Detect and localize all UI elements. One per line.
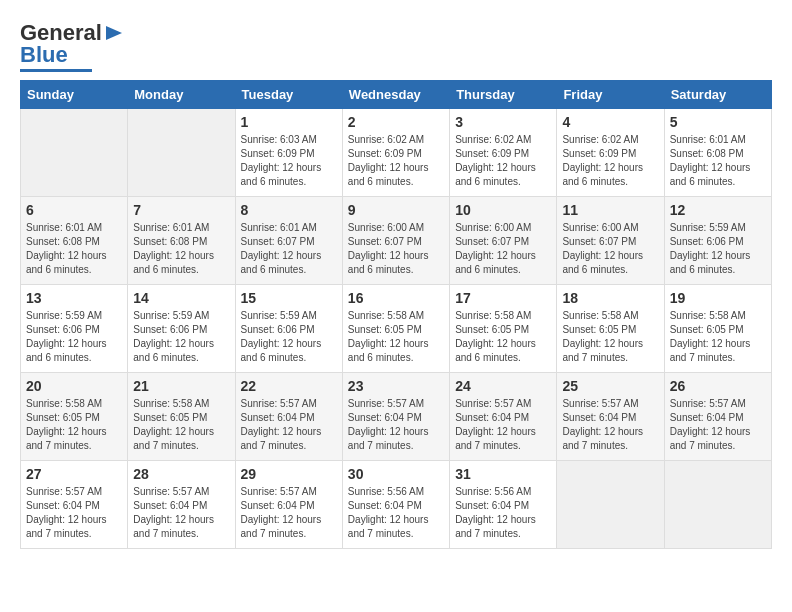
calendar-cell: 31Sunrise: 5:56 AM Sunset: 6:04 PM Dayli… [450, 461, 557, 549]
day-content: Sunrise: 5:59 AM Sunset: 6:06 PM Dayligh… [26, 309, 122, 365]
day-number: 28 [133, 466, 229, 482]
day-number: 14 [133, 290, 229, 306]
calendar-cell: 20Sunrise: 5:58 AM Sunset: 6:05 PM Dayli… [21, 373, 128, 461]
calendar-cell: 15Sunrise: 5:59 AM Sunset: 6:06 PM Dayli… [235, 285, 342, 373]
day-number: 12 [670, 202, 766, 218]
weekday-header-thursday: Thursday [450, 81, 557, 109]
calendar-cell: 14Sunrise: 5:59 AM Sunset: 6:06 PM Dayli… [128, 285, 235, 373]
day-number: 3 [455, 114, 551, 130]
week-row-3: 13Sunrise: 5:59 AM Sunset: 6:06 PM Dayli… [21, 285, 772, 373]
day-content: Sunrise: 6:01 AM Sunset: 6:08 PM Dayligh… [670, 133, 766, 189]
calendar-cell: 24Sunrise: 5:57 AM Sunset: 6:04 PM Dayli… [450, 373, 557, 461]
day-content: Sunrise: 6:01 AM Sunset: 6:07 PM Dayligh… [241, 221, 337, 277]
calendar-cell: 21Sunrise: 5:58 AM Sunset: 6:05 PM Dayli… [128, 373, 235, 461]
calendar-cell: 4Sunrise: 6:02 AM Sunset: 6:09 PM Daylig… [557, 109, 664, 197]
calendar-cell [557, 461, 664, 549]
day-content: Sunrise: 5:56 AM Sunset: 6:04 PM Dayligh… [348, 485, 444, 541]
week-row-1: 1Sunrise: 6:03 AM Sunset: 6:09 PM Daylig… [21, 109, 772, 197]
calendar-cell: 11Sunrise: 6:00 AM Sunset: 6:07 PM Dayli… [557, 197, 664, 285]
day-number: 27 [26, 466, 122, 482]
day-number: 16 [348, 290, 444, 306]
day-content: Sunrise: 5:59 AM Sunset: 6:06 PM Dayligh… [241, 309, 337, 365]
day-content: Sunrise: 5:57 AM Sunset: 6:04 PM Dayligh… [348, 397, 444, 453]
weekday-header-saturday: Saturday [664, 81, 771, 109]
day-number: 25 [562, 378, 658, 394]
logo-underline [20, 69, 92, 72]
calendar-cell: 1Sunrise: 6:03 AM Sunset: 6:09 PM Daylig… [235, 109, 342, 197]
calendar-cell: 16Sunrise: 5:58 AM Sunset: 6:05 PM Dayli… [342, 285, 449, 373]
day-number: 2 [348, 114, 444, 130]
calendar-cell: 22Sunrise: 5:57 AM Sunset: 6:04 PM Dayli… [235, 373, 342, 461]
calendar-cell [21, 109, 128, 197]
calendar-cell [664, 461, 771, 549]
day-content: Sunrise: 5:58 AM Sunset: 6:05 PM Dayligh… [26, 397, 122, 453]
calendar-cell: 9Sunrise: 6:00 AM Sunset: 6:07 PM Daylig… [342, 197, 449, 285]
week-row-2: 6Sunrise: 6:01 AM Sunset: 6:08 PM Daylig… [21, 197, 772, 285]
day-number: 22 [241, 378, 337, 394]
day-number: 23 [348, 378, 444, 394]
day-content: Sunrise: 6:03 AM Sunset: 6:09 PM Dayligh… [241, 133, 337, 189]
day-content: Sunrise: 5:57 AM Sunset: 6:04 PM Dayligh… [133, 485, 229, 541]
day-content: Sunrise: 6:01 AM Sunset: 6:08 PM Dayligh… [26, 221, 122, 277]
day-content: Sunrise: 5:58 AM Sunset: 6:05 PM Dayligh… [670, 309, 766, 365]
calendar-cell: 10Sunrise: 6:00 AM Sunset: 6:07 PM Dayli… [450, 197, 557, 285]
day-number: 7 [133, 202, 229, 218]
day-content: Sunrise: 5:58 AM Sunset: 6:05 PM Dayligh… [348, 309, 444, 365]
day-content: Sunrise: 6:02 AM Sunset: 6:09 PM Dayligh… [348, 133, 444, 189]
logo-arrow-icon [104, 23, 124, 43]
day-number: 19 [670, 290, 766, 306]
day-number: 9 [348, 202, 444, 218]
calendar-cell: 13Sunrise: 5:59 AM Sunset: 6:06 PM Dayli… [21, 285, 128, 373]
day-content: Sunrise: 5:57 AM Sunset: 6:04 PM Dayligh… [241, 397, 337, 453]
day-content: Sunrise: 6:00 AM Sunset: 6:07 PM Dayligh… [455, 221, 551, 277]
day-number: 21 [133, 378, 229, 394]
day-content: Sunrise: 6:00 AM Sunset: 6:07 PM Dayligh… [562, 221, 658, 277]
day-content: Sunrise: 5:57 AM Sunset: 6:04 PM Dayligh… [26, 485, 122, 541]
calendar-cell: 12Sunrise: 5:59 AM Sunset: 6:06 PM Dayli… [664, 197, 771, 285]
day-number: 31 [455, 466, 551, 482]
weekday-header-wednesday: Wednesday [342, 81, 449, 109]
day-number: 18 [562, 290, 658, 306]
day-number: 24 [455, 378, 551, 394]
calendar-cell: 6Sunrise: 6:01 AM Sunset: 6:08 PM Daylig… [21, 197, 128, 285]
day-number: 17 [455, 290, 551, 306]
day-content: Sunrise: 6:00 AM Sunset: 6:07 PM Dayligh… [348, 221, 444, 277]
week-row-4: 20Sunrise: 5:58 AM Sunset: 6:05 PM Dayli… [21, 373, 772, 461]
calendar-cell: 29Sunrise: 5:57 AM Sunset: 6:04 PM Dayli… [235, 461, 342, 549]
page-header: General Blue [20, 20, 772, 72]
day-content: Sunrise: 5:57 AM Sunset: 6:04 PM Dayligh… [562, 397, 658, 453]
day-content: Sunrise: 6:02 AM Sunset: 6:09 PM Dayligh… [562, 133, 658, 189]
calendar-cell: 7Sunrise: 6:01 AM Sunset: 6:08 PM Daylig… [128, 197, 235, 285]
day-number: 8 [241, 202, 337, 218]
calendar-cell: 2Sunrise: 6:02 AM Sunset: 6:09 PM Daylig… [342, 109, 449, 197]
day-content: Sunrise: 5:58 AM Sunset: 6:05 PM Dayligh… [455, 309, 551, 365]
day-number: 13 [26, 290, 122, 306]
calendar-cell [128, 109, 235, 197]
day-number: 26 [670, 378, 766, 394]
weekday-header-friday: Friday [557, 81, 664, 109]
calendar-cell: 18Sunrise: 5:58 AM Sunset: 6:05 PM Dayli… [557, 285, 664, 373]
svg-marker-0 [106, 26, 122, 40]
day-content: Sunrise: 5:58 AM Sunset: 6:05 PM Dayligh… [133, 397, 229, 453]
day-content: Sunrise: 5:57 AM Sunset: 6:04 PM Dayligh… [455, 397, 551, 453]
weekday-header-monday: Monday [128, 81, 235, 109]
weekday-header-sunday: Sunday [21, 81, 128, 109]
day-number: 4 [562, 114, 658, 130]
logo-blue: Blue [20, 42, 68, 68]
weekday-header-row: SundayMondayTuesdayWednesdayThursdayFrid… [21, 81, 772, 109]
day-number: 5 [670, 114, 766, 130]
day-number: 1 [241, 114, 337, 130]
calendar-cell: 3Sunrise: 6:02 AM Sunset: 6:09 PM Daylig… [450, 109, 557, 197]
logo: General Blue [20, 20, 124, 72]
day-number: 29 [241, 466, 337, 482]
day-content: Sunrise: 5:59 AM Sunset: 6:06 PM Dayligh… [670, 221, 766, 277]
calendar-cell: 28Sunrise: 5:57 AM Sunset: 6:04 PM Dayli… [128, 461, 235, 549]
calendar-cell: 5Sunrise: 6:01 AM Sunset: 6:08 PM Daylig… [664, 109, 771, 197]
day-content: Sunrise: 5:56 AM Sunset: 6:04 PM Dayligh… [455, 485, 551, 541]
calendar-cell: 8Sunrise: 6:01 AM Sunset: 6:07 PM Daylig… [235, 197, 342, 285]
calendar-cell: 23Sunrise: 5:57 AM Sunset: 6:04 PM Dayli… [342, 373, 449, 461]
weekday-header-tuesday: Tuesday [235, 81, 342, 109]
day-content: Sunrise: 5:57 AM Sunset: 6:04 PM Dayligh… [670, 397, 766, 453]
week-row-5: 27Sunrise: 5:57 AM Sunset: 6:04 PM Dayli… [21, 461, 772, 549]
day-number: 20 [26, 378, 122, 394]
